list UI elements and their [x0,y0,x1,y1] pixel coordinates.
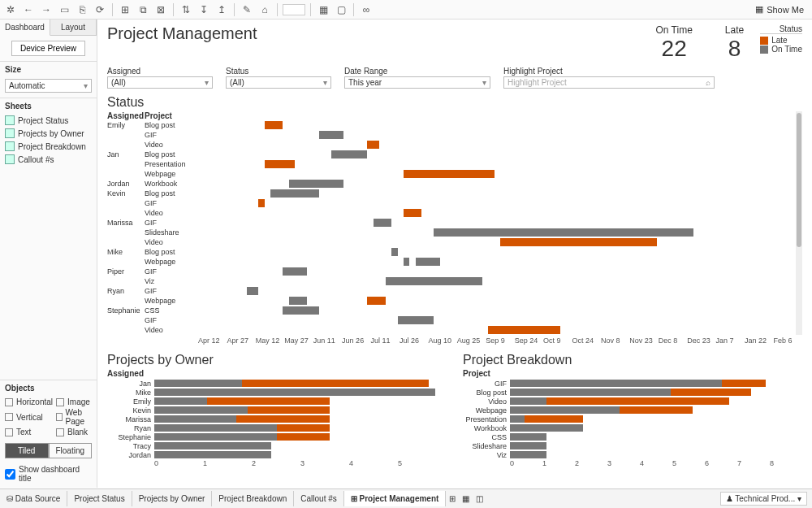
back-icon[interactable]: ← [21,2,36,17]
project-breakdown-chart[interactable]: Project Breakdown Project GIFBlog postVi… [463,346,802,467]
duplicate-icon[interactable]: ⧉ [136,2,150,17]
sheets-label: Sheets [0,98,97,114]
show-me-button[interactable]: ▦ Show Me [750,2,809,16]
kpi-ontime: On Time 22 [655,24,692,62]
clear-icon[interactable]: ⊠ [153,2,168,17]
show-title-checkbox[interactable]: Show dashboard title [0,463,97,488]
sheet-tab[interactable]: Callout #s [294,491,343,506]
object-item[interactable]: Image [56,397,92,406]
tiled-toggle[interactable]: Tiled [5,443,49,458]
new-dashboard-icon[interactable]: ▦ [459,494,473,503]
sheet-tab[interactable]: Project Status [67,491,132,506]
showme-label: Show Me [767,5,804,15]
page-title: Project Management [107,24,257,43]
showme-icon: ▦ [755,4,763,15]
projects-by-owner-chart[interactable]: Projects by Owner Assigned JanMikeEmilyK… [107,346,447,467]
share-icon[interactable]: ∞ [359,2,374,17]
highlight-search[interactable]: Highlight Project [503,76,715,89]
status-heading: Status [107,95,802,110]
sheet-tab[interactable]: Projects by Owner [132,491,213,506]
swap-icon[interactable]: ⇅ [179,2,193,17]
sort-desc-icon[interactable]: ↥ [214,2,229,17]
size-label: Size [0,61,97,77]
legend: Status Late On Time [760,24,802,54]
group-icon[interactable]: ⌂ [257,2,272,17]
dashboard-canvas: Project Management On Time 22 Late 8 Sta… [97,20,812,488]
user-menu[interactable]: ♟ Technical Prod... ▾ [720,492,807,506]
data-source-tab[interactable]: ⛁ Data Source [0,491,67,506]
tab-dashboard[interactable]: Dashboard [0,20,50,36]
sheet-item[interactable]: Project Breakdown [0,140,97,153]
new-story-icon[interactable]: ◫ [473,494,486,503]
object-item[interactable]: Horizontal [5,397,53,406]
refresh-icon[interactable]: ⟳ [93,2,107,17]
sheet-tab[interactable]: Project Breakdown [212,491,294,506]
gantt-scrollbar[interactable] [796,111,802,335]
filter-date[interactable]: This year [344,76,490,89]
object-item[interactable]: Vertical [5,408,53,426]
sheet-item[interactable]: Project Status [0,114,97,127]
presentation-icon[interactable]: ▢ [334,2,348,17]
sheet-tab[interactable]: ⊞ Project Management [344,491,447,506]
device-preview-button[interactable]: Device Preview [11,41,85,56]
filter-assigned[interactable]: (All) [107,76,213,89]
sheet-tabs: ⛁ Data Source Project StatusProjects by … [0,488,812,508]
objects-label: Objects [0,380,97,396]
new-data-icon[interactable]: ⎘ [75,2,89,17]
kpi-late: Late 8 [725,24,744,62]
logo-icon[interactable]: ✲ [3,2,18,17]
tab-layout[interactable]: Layout [50,20,97,36]
size-select[interactable]: Automatic [5,79,92,93]
new-worksheet-icon[interactable]: ⊞ [118,2,132,17]
color-swatch[interactable] [283,4,305,15]
toolbar: ✲ ← → ▭ ⎘ ⟳ ⊞ ⧉ ⊠ ⇅ ↧ ↥ ✎ ⌂ ▦ ▢ ∞ ▦ Show… [0,0,812,20]
new-sheet-icon[interactable]: ⊞ [446,494,459,503]
sidebar: Dashboard Layout Device Preview Size Aut… [0,20,97,488]
fit-icon[interactable]: ▦ [316,2,330,17]
object-item[interactable]: Web Page [56,408,92,426]
object-item[interactable]: Blank [56,428,92,436]
sheet-item[interactable]: Callout #s [0,153,97,166]
object-item[interactable]: Text [5,428,53,436]
save-icon[interactable]: ▭ [57,2,71,17]
sort-asc-icon[interactable]: ↧ [197,2,211,17]
gantt-chart[interactable]: EmilyBlog postGIFVideoJanBlog postPresen… [107,120,802,335]
highlight-icon[interactable]: ✎ [240,2,254,17]
forward-icon[interactable]: → [39,2,54,17]
floating-toggle[interactable]: Floating [49,443,93,458]
filter-status[interactable]: (All) [226,76,331,89]
sheet-item[interactable]: Projects by Owner [0,127,97,140]
